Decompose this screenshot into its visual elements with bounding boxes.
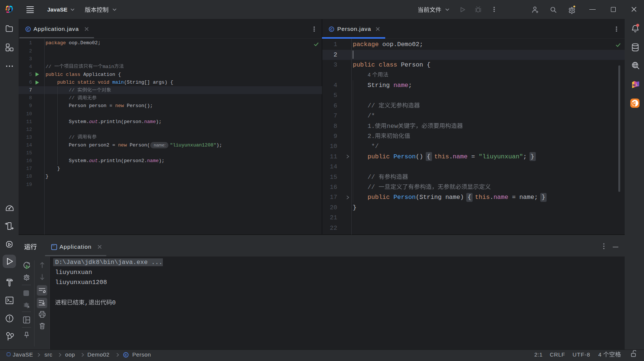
svg-text:M: M — [632, 83, 635, 87]
svg-text:C: C — [330, 27, 333, 31]
svg-text:L: L — [636, 83, 638, 87]
svg-text:C: C — [125, 353, 127, 357]
svg-text:C: C — [27, 27, 29, 31]
